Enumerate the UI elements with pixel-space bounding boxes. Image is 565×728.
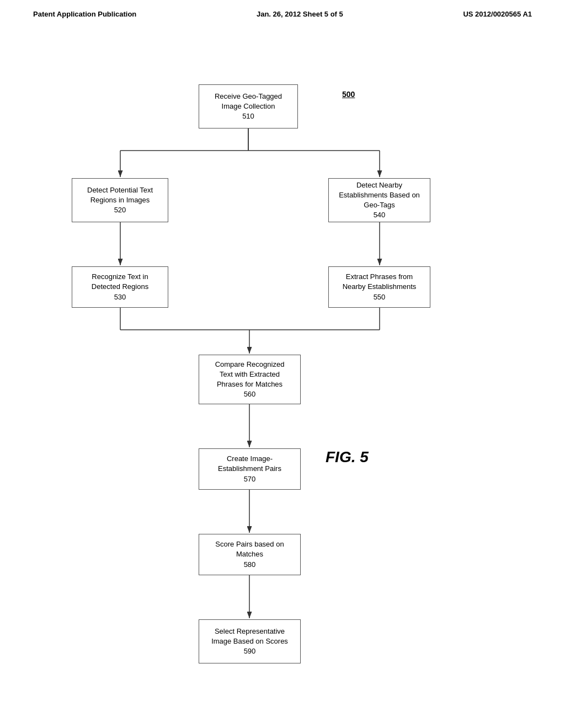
- box-510: Receive Geo-TaggedImage Collection510: [199, 84, 298, 129]
- header-right: US 2012/0020565 A1: [463, 10, 532, 18]
- header-middle: Jan. 26, 2012 Sheet 5 of 5: [257, 10, 343, 18]
- box-520: Detect Potential TextRegions in Images52…: [72, 178, 168, 222]
- diagram-area: 500 FIG. 5 Receive Geo-TaggedImage Colle…: [0, 24, 565, 708]
- box-590: Select RepresentativeImage Based on Scor…: [199, 619, 301, 663]
- box-550: Extract Phrases fromNearby Establishment…: [328, 266, 430, 308]
- fig-label: FIG. 5: [326, 448, 369, 466]
- header-left: Patent Application Publication: [33, 10, 136, 18]
- page-header: Patent Application Publication Jan. 26, …: [0, 0, 565, 24]
- box-570: Create Image-Establishment Pairs570: [199, 448, 301, 490]
- ref-500: 500: [342, 90, 355, 99]
- box-560: Compare RecognizedText with ExtractedPhr…: [199, 355, 301, 404]
- box-540: Detect NearbyEstablishments Based onGeo-…: [328, 178, 430, 222]
- box-530: Recognize Text inDetected Regions530: [72, 266, 168, 308]
- box-580: Score Pairs based onMatches580: [199, 534, 301, 575]
